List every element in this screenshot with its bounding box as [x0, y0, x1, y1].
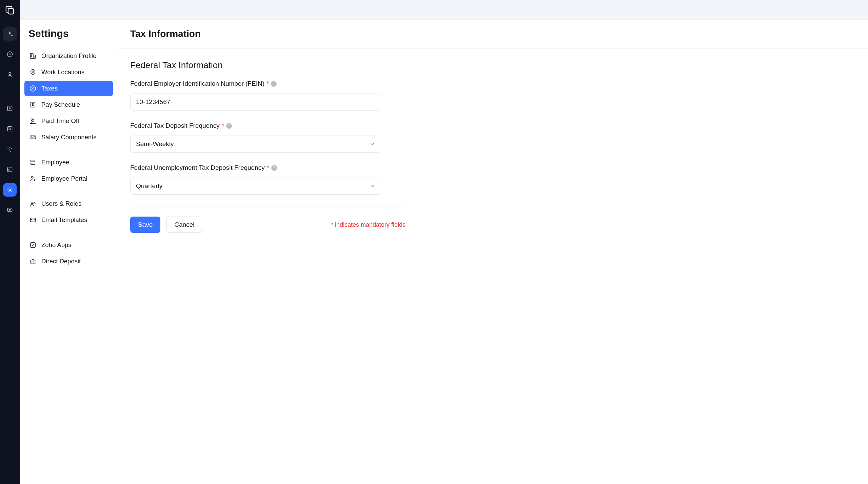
deposit-freq-label: Federal Tax Deposit Frequency	[130, 122, 220, 129]
components-icon	[29, 134, 37, 141]
nav-label: Employee	[41, 159, 69, 166]
nav-label: Organization Profile	[41, 52, 96, 60]
nav-work-locations[interactable]: Work Locations	[24, 64, 113, 80]
svg-rect-12	[7, 208, 12, 211]
body-area: Settings Organization Profile Work Locat…	[20, 20, 868, 484]
building-icon	[29, 52, 37, 60]
chevron-down-icon	[369, 141, 375, 147]
server-icon	[29, 159, 37, 166]
dollar-doc-icon	[29, 101, 37, 108]
svg-point-26	[31, 177, 33, 179]
svg-point-5	[9, 73, 11, 75]
required-asterisk: *	[267, 164, 269, 172]
nav-separator	[24, 187, 113, 195]
z-box-icon	[29, 241, 37, 249]
chevron-down-icon	[369, 183, 375, 189]
nav-taxes[interactable]: Taxes	[24, 81, 113, 96]
nav-label: Salary Components	[41, 134, 96, 141]
info-icon[interactable]: i	[271, 165, 277, 171]
svg-point-25	[32, 163, 32, 164]
svg-point-9	[10, 129, 11, 130]
form-divider	[130, 206, 406, 206]
info-icon[interactable]: i	[271, 81, 277, 87]
svg-rect-13	[31, 54, 33, 59]
svg-point-2	[8, 8, 9, 9]
cancel-button[interactable]: Cancel	[166, 217, 202, 233]
nav-salary-components[interactable]: Salary Components	[24, 129, 113, 145]
nav-direct-deposit[interactable]: Direct Deposit	[24, 254, 113, 269]
rail-import-icon[interactable]	[3, 102, 17, 115]
settings-title: Settings	[28, 28, 113, 39]
nav-employee[interactable]: Employee	[24, 155, 113, 170]
save-button[interactable]: Save	[130, 217, 160, 233]
nav-label: Pay Schedule	[41, 101, 80, 108]
mandatory-note: * indicates mandatory fields	[331, 221, 406, 228]
settings-sidebar: Settings Organization Profile Work Locat…	[20, 20, 118, 484]
topbar	[20, 0, 868, 20]
right-area: Settings Organization Profile Work Locat…	[20, 0, 868, 484]
nav-org-profile[interactable]: Organization Profile	[24, 48, 113, 64]
rail-clock-icon[interactable]	[3, 47, 17, 61]
nav-label: Work Locations	[41, 68, 84, 76]
icon-rail	[0, 0, 20, 484]
rail-chart-icon[interactable]	[3, 163, 17, 176]
field-deposit-freq: Federal Tax Deposit Frequency * i Semi-W…	[130, 122, 401, 153]
nav-label: Taxes	[41, 85, 58, 92]
rail-umbrella-icon[interactable]	[3, 142, 17, 156]
beach-icon	[29, 117, 37, 125]
unemp-freq-label-row: Federal Unemployment Tax Deposit Frequen…	[130, 164, 401, 172]
nav-pay-schedule[interactable]: Pay Schedule	[24, 97, 113, 113]
main-content: Tax Information Federal Tax Information …	[118, 20, 868, 484]
unemp-freq-value: Quarterly	[136, 182, 162, 190]
svg-point-15	[32, 71, 34, 73]
svg-point-27	[31, 202, 33, 204]
svg-rect-23	[31, 163, 35, 165]
field-unemp-freq: Federal Unemployment Tax Deposit Frequen…	[130, 164, 401, 195]
unemp-freq-select[interactable]: Quarterly	[130, 178, 381, 195]
field-fein: Federal Employer Identification Number (…	[130, 80, 401, 110]
svg-point-8	[8, 127, 9, 128]
deposit-freq-label-row: Federal Tax Deposit Frequency * i	[130, 122, 401, 129]
nav-separator	[24, 228, 113, 237]
svg-point-17	[32, 87, 32, 88]
rail-chat-icon[interactable]	[3, 203, 17, 217]
svg-point-18	[34, 89, 34, 90]
svg-point-28	[34, 202, 35, 204]
people-icon	[29, 200, 37, 207]
nav-label: Employee Portal	[41, 175, 87, 182]
nav-email-templates[interactable]: Email Templates	[24, 212, 113, 228]
svg-point-21	[31, 137, 33, 138]
page-header: Tax Information	[118, 20, 868, 48]
section-title: Federal Tax Information	[130, 60, 401, 70]
tax-form: Federal Tax Information Federal Employer…	[118, 48, 413, 244]
settings-nav-list: Organization Profile Work Locations Taxe…	[24, 48, 113, 269]
svg-rect-29	[31, 218, 36, 222]
percent-circle-icon	[29, 85, 37, 92]
required-asterisk: *	[222, 122, 224, 129]
required-asterisk: *	[267, 80, 269, 87]
fein-label: Federal Employer Identification Number (…	[130, 80, 264, 87]
rail-percent-icon[interactable]	[3, 122, 17, 136]
nav-pto[interactable]: Paid Time Off	[24, 113, 113, 129]
svg-rect-1	[8, 8, 14, 14]
person-arrow-icon	[29, 175, 37, 182]
button-row: Save Cancel	[130, 217, 202, 233]
pin-icon	[29, 68, 37, 76]
nav-label: Paid Time Off	[41, 117, 79, 125]
svg-point-11	[9, 189, 11, 191]
nav-label: Users & Roles	[41, 200, 81, 207]
page-title: Tax Information	[130, 28, 856, 39]
rail-settings-icon[interactable]	[3, 183, 17, 197]
nav-label: Direct Deposit	[41, 258, 81, 265]
deposit-freq-select[interactable]: Semi-Weekly	[130, 136, 381, 153]
info-icon[interactable]: i	[226, 123, 232, 129]
rail-person-icon[interactable]	[3, 68, 17, 81]
nav-label: Email Templates	[41, 216, 87, 224]
nav-zoho-apps[interactable]: Zoho Apps	[24, 237, 113, 253]
app-logo-icon	[3, 3, 17, 17]
mail-icon	[29, 216, 37, 224]
rail-sparkle-icon[interactable]	[3, 27, 17, 41]
nav-users-roles[interactable]: Users & Roles	[24, 196, 113, 211]
nav-employee-portal[interactable]: Employee Portal	[24, 171, 113, 186]
fein-input[interactable]	[130, 94, 381, 110]
